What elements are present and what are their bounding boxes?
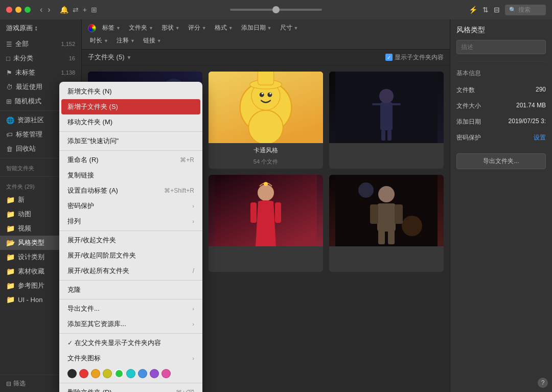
filter-icon-sidebar: ⊟ xyxy=(6,380,11,387)
date-filter-btn[interactable]: 添加日期 ▼ xyxy=(239,22,274,33)
grid-item-1[interactable]: 卡通风格 54 个文件 xyxy=(209,72,323,169)
shape-filter-btn[interactable]: 形状 ▼ xyxy=(159,22,182,33)
ctx-expand-sibling[interactable]: 展开/收起同阶层文件夹 xyxy=(59,248,202,263)
ctx-new-folder[interactable]: 新增文件夹 (N) xyxy=(59,84,202,99)
notify-icon[interactable]: 🔔 xyxy=(60,6,68,14)
ctx-move-folder[interactable]: 移动文件夹 (M) xyxy=(59,114,202,130)
format-chevron: ▼ xyxy=(228,26,233,31)
ctx-delete[interactable]: 删除文件夹 (D) ⌘+⌫ xyxy=(59,385,202,392)
format-filter-btn[interactable]: 格式 ▼ xyxy=(213,22,235,33)
duration-label: 时长 xyxy=(90,36,102,45)
panel-key-count: 文件数 xyxy=(456,86,475,95)
color-dot-orange[interactable] xyxy=(91,369,100,378)
ctx-password[interactable]: 密码保护 › xyxy=(59,198,202,214)
color-dot-green[interactable] xyxy=(114,369,124,378)
grid-item-4[interactable] xyxy=(209,175,323,272)
add-icon[interactable]: + xyxy=(83,6,87,14)
fullscreen-button[interactable] xyxy=(25,7,31,13)
color-dot-red[interactable] xyxy=(79,369,88,378)
svg-point-20 xyxy=(379,89,394,103)
size-filter-btn[interactable]: 尺寸 ▼ xyxy=(278,22,301,33)
folder-icon-reference: 📁 xyxy=(6,282,15,290)
ctx-add-library-arrow: › xyxy=(192,321,194,327)
sidebar-folder-design-label: 设计类别 xyxy=(18,252,44,262)
sort-icon[interactable]: ⇅ xyxy=(482,6,489,14)
ctx-expand-sibling-label: 展开/收起同阶层文件夹 xyxy=(67,251,136,260)
grid-item-5[interactable] xyxy=(329,175,444,272)
ctx-sort[interactable]: 排列 › xyxy=(59,214,202,229)
ctx-add-library-label: 添加至其它资源库... xyxy=(67,319,126,329)
subfolder-title-text: 子文件夹 (5) xyxy=(88,53,125,62)
forward-button[interactable]: › xyxy=(48,5,50,14)
rating-chevron: ▼ xyxy=(202,26,206,31)
panel-row-password: 密码保护 设置 xyxy=(456,133,546,142)
color-dot-black[interactable] xyxy=(67,369,77,378)
ctx-expand-folder[interactable]: 展开/收起文件夹 xyxy=(59,233,202,248)
ctx-quick-access[interactable]: 添加至"快速访问" xyxy=(59,133,202,149)
toolbar: 标签 ▼ 文件夹 ▼ 形状 ▼ 评分 ▼ 格式 ▼ xyxy=(82,19,450,50)
grid-thumb-4 xyxy=(209,175,323,246)
bolt-icon[interactable]: ⚡ xyxy=(469,6,477,14)
shape-chevron: ▼ xyxy=(175,26,180,31)
back-button[interactable]: ‹ xyxy=(40,5,42,14)
ctx-expand-folder-label: 展开/收起文件夹 xyxy=(67,236,116,245)
ctx-folder-icon-label: 文件夹图标 xyxy=(67,354,101,363)
layout-icon[interactable]: ⊞ xyxy=(91,6,97,14)
color-dot-yellow[interactable] xyxy=(103,369,112,378)
tag-filter-btn[interactable]: 标签 ▼ xyxy=(100,22,123,33)
annotation-filter-btn[interactable]: 注释 ▼ xyxy=(114,35,137,46)
ctx-rename[interactable]: 重命名 (R) ⌘+R xyxy=(59,152,202,168)
search-box[interactable]: 🔍 搜索 xyxy=(505,5,546,15)
color-picker-btn[interactable] xyxy=(88,24,96,32)
panel-val-password[interactable]: 设置 xyxy=(534,133,546,142)
svg-rect-46 xyxy=(388,230,395,244)
folder-filter-btn[interactable]: 文件夹 ▼ xyxy=(127,22,155,33)
filter-icon[interactable]: ⊟ xyxy=(494,6,500,14)
sidebar-header[interactable]: 游戏原画 ↕ xyxy=(0,19,81,37)
grid-item-2[interactable] xyxy=(329,72,444,169)
ctx-password-arrow: › xyxy=(192,203,194,209)
ctx-folder-icon[interactable]: 文件夹图标 › xyxy=(59,351,202,366)
tags-icon: 🏷 xyxy=(6,131,13,139)
show-subfolder-checkbox[interactable]: ✓ xyxy=(385,54,393,61)
zoom-slider[interactable] xyxy=(230,9,322,11)
link-filter-btn[interactable]: 链接 ▼ xyxy=(141,35,164,46)
color-dot-cyan[interactable] xyxy=(126,369,135,378)
ctx-expand-all-shortcut: / xyxy=(193,267,194,274)
color-dot-pink[interactable] xyxy=(162,369,171,378)
help-button[interactable]: ? xyxy=(538,378,548,388)
svg-rect-43 xyxy=(370,204,378,224)
link-label: 链接 xyxy=(143,36,155,45)
ctx-add-library[interactable]: 添加至其它资源库... › xyxy=(59,316,202,332)
ctx-export[interactable]: 导出文件... › xyxy=(59,301,202,316)
subfolder-bar: 子文件夹 (5) ▼ ✓ 显示子文件夹内容 xyxy=(82,50,450,65)
sidebar-item-unclassified[interactable]: □ 未分类 16 xyxy=(0,51,81,65)
description-input[interactable] xyxy=(456,40,546,54)
sidebar-item-all[interactable]: ☰ 全部 1,152 xyxy=(0,37,81,51)
exchange-icon[interactable]: ⇄ xyxy=(73,6,79,14)
folder-icon-new: 📁 xyxy=(6,196,15,204)
ctx-check-icon: ✓ xyxy=(67,339,73,347)
close-button[interactable] xyxy=(6,7,12,13)
show-subfolder-toggle[interactable]: ✓ 显示子文件夹内容 xyxy=(385,53,444,62)
ctx-copy-link[interactable]: 复制链接 xyxy=(59,168,202,183)
color-dot-purple[interactable] xyxy=(150,369,159,378)
date-label: 添加日期 xyxy=(241,24,266,32)
sidebar-random-label: 随机模式 xyxy=(15,97,41,106)
ctx-clone[interactable]: 克隆 xyxy=(59,282,202,297)
svg-point-16 xyxy=(269,93,271,94)
svg-point-41 xyxy=(378,186,395,202)
folder-icon-ui: 📁 xyxy=(6,295,15,304)
ctx-auto-tag[interactable]: 设置自动标签 (A) ⌘+Shift+R xyxy=(59,183,202,198)
rating-filter-btn[interactable]: 评分 ▼ xyxy=(186,22,209,33)
sidebar-item-untagged[interactable]: ⚑ 未标签 1,138 xyxy=(0,65,81,80)
export-folder-btn[interactable]: 导出文件夹... xyxy=(456,153,546,169)
color-dot-blue[interactable] xyxy=(138,369,147,378)
duration-filter-btn[interactable]: 时长 ▼ xyxy=(88,35,110,46)
ctx-expand-all[interactable]: 展开/收起所有文件夹 / xyxy=(59,263,202,279)
ctx-new-subfolder[interactable]: 新增子文件夹 (S) xyxy=(61,99,200,114)
context-menu: 新增文件夹 (N) 新增子文件夹 (S) 移动文件夹 (M) 添加至"快速访问"… xyxy=(59,82,202,392)
minimize-button[interactable] xyxy=(15,7,21,13)
subfolder-title[interactable]: 子文件夹 (5) ▼ xyxy=(88,53,131,62)
ctx-show-subfolder[interactable]: ✓ 在父文件夹显示子文件夹内容 xyxy=(59,335,202,351)
